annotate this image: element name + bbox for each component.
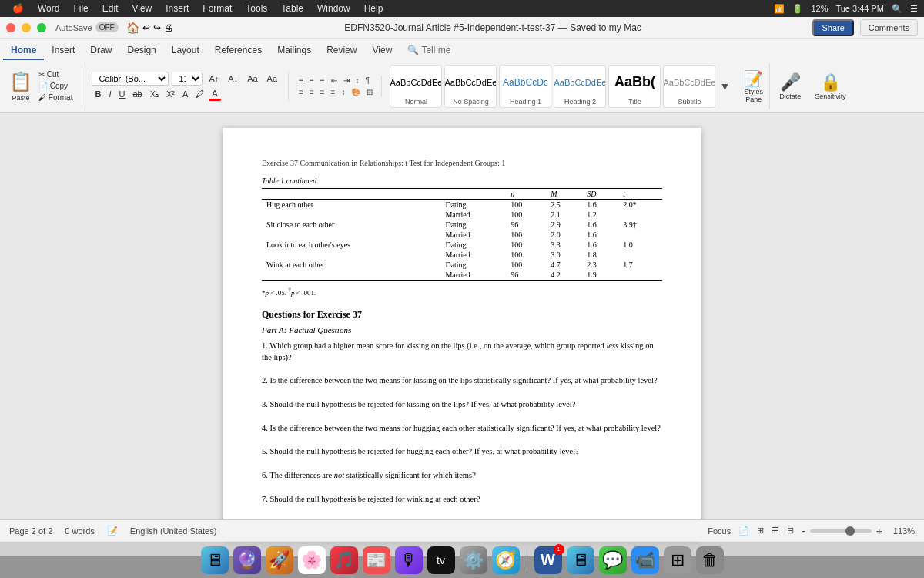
zoom-track[interactable] [810,529,872,533]
tab-design[interactable]: Design [119,42,163,60]
language[interactable]: English (United States) [130,526,217,536]
style-gallery-more[interactable]: ▼ [718,79,732,94]
shading-button[interactable]: 🎨 [349,87,363,97]
proofread-icon[interactable]: 📝 [107,526,118,536]
align-center-button[interactable]: ≡ [307,87,316,97]
document-area[interactable]: Exercise 37 Communication in Relationshi… [0,113,924,556]
increase-indent-button[interactable]: ⇥ [341,76,352,86]
multi-page-icon[interactable]: ⊞ [757,526,764,536]
superscript-button[interactable]: X² [163,89,178,99]
insert-menu[interactable]: Insert [159,2,195,15]
dock-siri[interactable]: 🔮 [233,546,261,574]
word-menu[interactable]: Word [32,2,65,15]
line-spacing-button[interactable]: ↕ [339,87,347,97]
home-icon[interactable]: 🏠 [126,22,139,34]
styles-pane-button[interactable]: 📝 StylesPane [739,63,770,109]
back-icon[interactable]: ↩ [142,22,150,33]
print-icon[interactable]: 🖨 [164,22,173,33]
dock-music[interactable]: 🎵 [330,546,358,574]
page-view-icon[interactable]: 📄 [738,526,749,536]
strikethrough-button[interactable]: ab [129,89,145,99]
zoom-thumb[interactable] [845,526,855,536]
maximize-button[interactable] [37,23,46,32]
dock-appletv[interactable]: tv [427,546,455,574]
style-no-spacing[interactable]: AaBbCcDdEe No Spacing [444,65,497,108]
dock-settings[interactable]: ⚙️ [460,546,487,574]
increase-font-button[interactable]: A↑ [206,73,222,84]
comments-button[interactable]: Comments [860,19,918,36]
tab-layout[interactable]: Layout [164,42,207,60]
dock-safari[interactable]: 🧭 [492,546,520,574]
tab-view[interactable]: View [365,42,400,60]
highlight-button[interactable]: 🖍 [192,89,207,99]
decrease-indent-button[interactable]: ⇤ [329,76,340,86]
dock-finder2[interactable]: 🖥 [567,546,594,574]
justify-button[interactable]: ≡ [329,87,338,97]
control-icon[interactable]: ☰ [910,4,918,14]
dock-launchpad[interactable]: 🚀 [266,546,293,574]
dock-grid[interactable]: ⊞ [664,546,691,574]
dock-messages[interactable]: 💬 [599,546,627,574]
tab-references[interactable]: References [207,42,270,60]
tab-home[interactable]: Home [3,42,44,60]
dock-photos[interactable]: 🌸 [298,546,326,574]
redo-icon[interactable]: ↪ [153,22,161,33]
style-heading1[interactable]: AaBbCcDc Heading 1 [499,65,551,108]
numbered-list-button[interactable]: ≡ [307,76,316,86]
dock-zoom[interactable]: 📹 [631,546,659,574]
sort-button[interactable]: ↕ [353,76,362,86]
file-menu[interactable]: File [67,2,94,15]
sensitivity-button[interactable]: 🔒 Sensitivity [810,63,851,109]
cut-button[interactable]: ✂ Cut [35,69,75,79]
table-menu[interactable]: Table [275,2,310,15]
paste-button[interactable]: 📋 Paste [6,71,35,102]
dock-word[interactable]: W 1 [534,546,562,574]
bold-button[interactable]: B [92,89,104,99]
align-left-button[interactable]: ≡ [296,87,306,97]
help-menu[interactable]: Help [358,2,390,15]
format-menu[interactable]: Format [196,2,238,15]
dock-trash[interactable]: 🗑 [696,546,724,574]
dock-news[interactable]: 📰 [363,546,390,574]
dock-finder[interactable]: 🖥 [201,546,229,574]
focus-button[interactable]: Focus [708,526,731,536]
search-icon[interactable]: 🔍 [892,4,902,14]
dictate-button[interactable]: 🎤 Dictate [775,63,805,109]
close-button[interactable] [6,23,15,32]
format-painter-button[interactable]: 🖌 Format [35,92,75,102]
style-subtitle[interactable]: AaBbCcDdEe Subtitle [663,65,715,108]
underline-button[interactable]: U [116,89,128,99]
tools-menu[interactable]: Tools [239,2,273,15]
share-button[interactable]: Share [812,19,853,36]
align-right-button[interactable]: ≡ [318,87,327,97]
side-by-side-icon[interactable]: ⊟ [787,526,794,536]
font-color-button[interactable]: A [179,89,191,99]
style-heading2[interactable]: AaBbCcDdEe Heading 2 [554,65,606,108]
subscript-button[interactable]: X₂ [147,89,162,100]
view-menu[interactable]: View [126,2,158,15]
text-case-button[interactable]: Aa [264,73,280,84]
autosave-toggle[interactable]: OFF [95,22,119,32]
apple-menu[interactable]: 🍎 [6,2,30,15]
tab-review[interactable]: Review [319,42,364,60]
copy-button[interactable]: 📄 Copy [35,81,75,91]
font-size-select[interactable]: 11 [172,72,203,86]
style-normal[interactable]: AaBbCcDdEe Normal [390,65,442,108]
zoom-minus-button[interactable]: - [802,525,805,537]
window-menu[interactable]: Window [311,2,357,15]
border-button[interactable]: ⊞ [364,87,375,97]
tell-me[interactable]: 🔍 Tell me [400,42,458,60]
multilevel-list-button[interactable]: ≡ [318,76,327,86]
font-name-select[interactable]: Calibri (Bo... [92,72,169,86]
text-color-button[interactable]: A [209,88,220,101]
outline-view-icon[interactable]: ☰ [772,526,779,536]
tab-insert[interactable]: Insert [44,42,82,60]
bullets-button[interactable]: ≡ [296,76,306,86]
tab-mailings[interactable]: Mailings [270,42,319,60]
minimize-button[interactable] [22,23,31,32]
edit-menu[interactable]: Edit [96,2,125,15]
style-title[interactable]: AaBb( Title [608,65,661,108]
tab-draw[interactable]: Draw [82,42,119,60]
italic-button[interactable]: I [105,89,114,99]
decrease-font-button[interactable]: A↓ [225,73,241,84]
